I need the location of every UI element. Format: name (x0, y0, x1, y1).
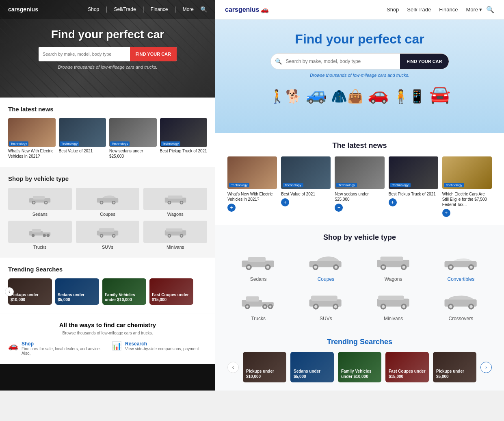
left-nav-links: Shop | Sell/Trade | Finance | More 🔍 (88, 6, 207, 13)
right-trending-next[interactable]: › (480, 362, 492, 373)
left-vehicle-minivan[interactable]: Minivans (143, 221, 207, 250)
right-vehicle-label-crossover: Crossovers (430, 316, 492, 321)
left-trending-card-4[interactable]: Fast Coupes under $15,000 (149, 278, 193, 305)
illus-yellow-car: 🚗 (368, 84, 389, 104)
right-vehicle-title: Shop by vehicle type (227, 233, 492, 242)
right-trending-title: Trending Searches (227, 338, 492, 346)
right-vehicle-label-wagon: Wagons (363, 276, 424, 282)
right-nav-finance[interactable]: Finance (439, 7, 458, 13)
right-news-card-4[interactable]: Technology Best Pickup Truck of 2021 + (389, 156, 438, 217)
left-vehicle-coupe[interactable]: Coupes (76, 188, 140, 217)
right-search-icon[interactable]: 🔍 (486, 6, 494, 13)
right-vehicle-wagon[interactable]: Wagons (363, 248, 424, 282)
left-vehicle-sedan[interactable]: Sedans (8, 188, 72, 217)
left-trending-card-2[interactable]: Sedans under $5,000 (55, 278, 99, 305)
left-vehicle-wagon[interactable]: Wagons (143, 188, 207, 217)
right-nav-shop[interactable]: Shop (387, 7, 399, 13)
left-bottom-links: 🚗 Shop Find cars for sale, local dealers… (8, 341, 207, 356)
left-bottom-title: All the ways to find car chemistry (8, 321, 207, 328)
right-news-img-1: Technology (227, 156, 277, 189)
left-nav-shop[interactable]: Shop (88, 7, 99, 12)
svg-point-33 (168, 235, 170, 237)
svg-rect-47 (380, 256, 403, 261)
svg-point-39 (247, 265, 250, 268)
right-trending-text-3: Family Vehicles under $10,000 (338, 365, 381, 382)
right-nav-more[interactable]: More ▾ (466, 7, 482, 13)
right-trending-prev[interactable]: ‹ (227, 362, 239, 373)
left-navbar: carsgenius Shop | Sell/Trade | Finance |… (0, 0, 215, 19)
right-news-more-1[interactable]: + (227, 204, 236, 212)
right-hero: Find your perfect car 🔍 FIND YOUR CAR Br… (215, 20, 504, 133)
left-bottom-section: All the ways to find car chemistry Brows… (0, 313, 215, 364)
right-nav-selltrade[interactable]: Sell/Trade (407, 7, 431, 13)
right-news-text-3: New sedans under $25,000 (335, 191, 384, 202)
left-news-card-1[interactable]: Technology What's New With Electric Vehi… (8, 118, 56, 159)
left-news-card-3[interactable]: Technology New sedans under $25,000 (109, 118, 157, 159)
right-vehicle-img-coupe (295, 248, 357, 275)
research-icon: 📊 (112, 341, 122, 351)
right-search-input[interactable] (286, 59, 400, 64)
right-news-more-2[interactable]: + (281, 198, 289, 206)
left-vehicle-suv[interactable]: SUVs (76, 221, 140, 250)
shop-icon: 🚗 (8, 341, 18, 351)
right-vehicle-sedan[interactable]: Sedans (227, 248, 289, 282)
right-news-card-2[interactable]: Technology Best Value of 2021 + (281, 156, 331, 217)
left-news-card-4[interactable]: Technology Best Pickup Truck of 2021 (160, 118, 208, 159)
left-search-icon[interactable]: 🔍 (200, 6, 207, 13)
left-bottom-shop[interactable]: 🚗 Shop Find cars for sale, local dealers… (8, 341, 104, 356)
right-vehicle-label-truck: Trucks (227, 316, 289, 321)
left-search-button[interactable]: FIND YOUR CAR (130, 47, 177, 61)
right-nav-links: Shop Sell/Trade Finance More ▾ (387, 7, 482, 13)
right-trending-card-2[interactable]: Sedans under $5,000 (290, 352, 334, 382)
right-search-bar-icon: 🔍 (271, 58, 286, 65)
left-trending-card-3[interactable]: Family Vehicles under $10,000 (102, 278, 146, 305)
svg-rect-12 (168, 195, 182, 199)
right-trending-card-4[interactable]: Fast Coupes under $15,000 (385, 352, 429, 382)
svg-point-34 (180, 235, 182, 237)
right-vehicle-suv[interactable]: SUVs (295, 288, 357, 321)
svg-point-70 (314, 305, 317, 308)
right-news-card-5[interactable]: Technology Which Electric Cars Are Still… (442, 156, 492, 217)
right-news-more-5[interactable]: + (442, 209, 450, 217)
svg-point-27 (101, 235, 103, 237)
right-vehicle-minivan[interactable]: Minivans (363, 288, 424, 321)
svg-rect-59 (246, 296, 259, 302)
left-news-card-2[interactable]: Technology Best Value of 2021 (59, 118, 106, 159)
right-news-card-1[interactable]: Technology What's New With Electric Vehi… (227, 156, 277, 217)
svg-point-56 (469, 265, 472, 268)
right-search-button[interactable]: FIND YOUR CAR (400, 54, 448, 69)
illus-black-car: 🚙 (306, 84, 327, 104)
left-hero-title: Find your perfect car (39, 28, 177, 41)
left-news-badge-1: Technology (9, 141, 28, 146)
svg-rect-24 (99, 228, 115, 232)
left-vehicle-label-minivan: Minivans (143, 245, 207, 250)
svg-point-64 (264, 305, 266, 307)
left-vehicle-img-wagon (143, 188, 207, 210)
right-vehicle-crossover[interactable]: Crossovers (430, 288, 492, 321)
left-bottom-research[interactable]: 📊 Research View side-by-side comparisons… (112, 341, 207, 356)
right-news-more-3[interactable]: + (335, 204, 343, 212)
left-nav-selltrade[interactable]: Sell/Trade (114, 7, 136, 12)
left-news-img-3: Technology (109, 118, 157, 147)
right-trending-text-5: Pickups under $5,000 (433, 365, 476, 382)
right-news-badge-1: Technology (229, 183, 249, 187)
right-vehicle-coupe[interactable]: Coupes (295, 248, 357, 282)
right-vehicle-convertible[interactable]: Convertibles (430, 248, 492, 282)
left-news-img-1: Technology (8, 118, 56, 147)
right-news-img-4: Technology (389, 156, 438, 189)
left-search-input[interactable] (39, 47, 130, 61)
svg-rect-73 (378, 295, 404, 300)
left-vehicle-truck[interactable]: Trucks (8, 221, 72, 250)
left-vehicle-label-truck: Trucks (8, 245, 72, 250)
right-news-card-3[interactable]: Technology New sedans under $25,000 + (335, 156, 384, 217)
right-trending-card-1[interactable]: Pickups under $10,000 (243, 352, 286, 382)
right-trending-card-5[interactable]: Pickups under $5,000 (433, 352, 476, 382)
right-trending-card-3[interactable]: Family Vehicles under $10,000 (338, 352, 381, 382)
right-news-more-4[interactable]: + (389, 198, 397, 206)
left-nav-more[interactable]: More (183, 7, 194, 12)
left-trending-card-1[interactable]: Pickups under $10,000 (8, 278, 52, 305)
right-news-text-5: Which Electric Cars Are Still Eligile fo… (442, 191, 492, 207)
right-vehicle-truck[interactable]: Trucks (227, 288, 289, 321)
right-trending-row: ‹ Pickups under $10,000 Sedans under $5,… (227, 352, 492, 382)
left-nav-finance[interactable]: Finance (151, 7, 168, 12)
